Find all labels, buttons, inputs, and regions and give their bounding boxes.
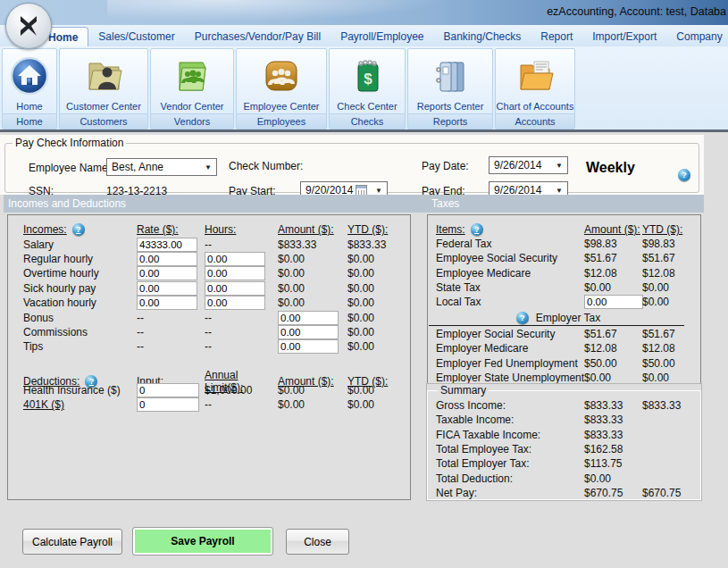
help-globe-icon[interactable] [678,169,690,181]
employee-name-select[interactable]: Best, Anne ▼ [106,158,217,176]
tab-payroll-employee[interactable]: Payroll/Employee [331,27,433,46]
deduction-row-health-insurance: Health Insurance ($) $1,000.00 $0.00 $0.… [23,383,410,397]
chevron-down-icon: ▼ [551,187,567,195]
deduction-row-401k: 401K ($) -- $0.00 $0.00 [23,397,410,412]
summary-row-total-employee-tax: Total Employee Tax: $162.58 [436,442,700,456]
tab-banking-checks[interactable]: Banking/Checks [434,27,531,46]
col-amount: Amount ($): [278,223,347,236]
tab-import-export[interactable]: Import/Export [582,27,666,46]
ribbon-group-customer-center[interactable]: Customer Center Customers [59,48,148,129]
tax-row-local: Local Tax $0.00 [436,295,700,309]
chart-of-accounts-icon [496,49,574,101]
chevron-down-icon: ▼ [551,162,567,170]
sick-hourly-hours-input[interactable] [205,281,265,296]
reports-center-icon [408,49,492,101]
regular-hourly-rate-input[interactable] [137,252,197,266]
tab-company[interactable]: Company [666,27,728,46]
income-row-regular-hourly: Regular hourly $0.00 $0.00 [23,252,410,266]
income-row-sick-hourly: Sick hourly pay $0.00 $0.00 [23,281,410,296]
employer-tax-title: Employer Tax [536,312,600,324]
tax-row-employee-medicare: Employee Medicare $12.08 $12.08 [436,266,700,280]
summary-row-taxable-income: Taxable Income: $833.33 [436,413,700,427]
tax-row-employer-social-security: Employer Social Security $51.67 $51.67 [436,327,700,341]
income-row-commissions: Commissions -- -- $0.00 [23,325,410,339]
local-tax-input[interactable] [584,295,643,309]
summary-row-total-deduction: Total Deduction: $0.00 [436,471,700,485]
income-row-tips: Tips -- -- $0.00 [23,339,410,354]
ribbon-group-reports-center[interactable]: Reports Center Reports [407,48,493,129]
svg-text:$: $ [364,71,372,88]
ribbon-group-check-center[interactable]: $ Check Center Checks [329,48,406,129]
pay-date-label: Pay Date: [422,160,469,172]
employee-name-label: Employee Name: [29,162,111,174]
pay-date-select[interactable]: 9/26/2014 ▼ [489,156,568,174]
vacation-hourly-rate-input[interactable] [137,296,197,310]
regular-hourly-hours-input[interactable] [205,252,265,266]
incomes-header-row: Incomes: Rate ($): Hours: Amount ($): YT… [23,222,410,237]
salary-rate-input[interactable] [137,238,197,252]
tax-row-federal: Federal Tax $98.83 $98.83 [436,237,700,251]
commissions-amount-input[interactable] [278,325,339,339]
sick-hourly-rate-input[interactable] [137,281,197,296]
overtime-hourly-hours-input[interactable] [205,266,265,280]
help-globe-icon[interactable] [72,223,85,236]
check-center-icon: $ [330,49,405,101]
col-hours: Hours: [205,223,278,236]
tax-row-employer-medicare: Employer Medicare $12.08 $12.08 [436,341,700,355]
paycheck-info-legend: Pay Check Information [13,137,126,149]
help-globe-icon[interactable] [471,223,483,236]
vacation-hourly-hours-input[interactable] [205,296,265,310]
tax-row-employee-social-security: Employee Social Security $51.67 $51.67 [436,251,700,265]
ribbon-toolbar: Home Home Customer Center Customers Vend… [0,46,728,132]
overtime-hourly-rate-input[interactable] [137,266,197,280]
income-row-vacation-hourly: Vacation hourly $0.00 $0.00 [23,296,410,310]
home-icon [3,49,56,101]
save-payroll-button[interactable]: Save Payroll [132,527,273,555]
incomes-section-header: Incomes and Deductions [8,197,126,210]
health-insurance-input[interactable] [137,383,199,397]
taxes-items-title: Items: [436,223,465,236]
tab-report[interactable]: Report [531,27,582,46]
vendor-center-icon [151,49,233,101]
close-button[interactable]: Close [286,529,349,555]
bonus-amount-input[interactable] [278,311,339,325]
ribbon-group-employee-center[interactable]: Employee Center Employees [236,48,327,129]
ribbon-group-home[interactable]: Home Home [2,48,57,129]
employee-center-icon [237,49,326,101]
col-ytd: YTD ($): [347,223,410,236]
help-globe-icon[interactable] [516,312,529,324]
tax-row-employer-fed-unemployment: Employer Fed Unemployment $50.00 $50.00 [436,356,700,371]
col-ytd: YTD ($): [642,223,700,236]
check-number-label: Check Number: [229,160,303,172]
taxes-panel: Items: Amount ($): YTD ($): Federal Tax … [427,214,701,384]
income-row-salary: Salary -- $833.33 $833.33 [23,237,410,251]
401k-input[interactable] [137,397,199,412]
incomes-deductions-panel: Incomes: Rate ($): Hours: Amount ($): YT… [7,214,411,500]
chevron-down-icon: ▼ [371,187,387,195]
401k-link[interactable]: 401K ($) [23,398,137,411]
ez-logo-icon [13,11,44,41]
summary-row-fica-taxable-income: FICA Taxable Income: $833.33 [436,428,700,442]
paycheck-info-fieldset: Pay Check Information Employee Name: Bes… [4,137,699,193]
incomes-title: Incomes: [23,223,67,236]
ribbon-group-vendor-center[interactable]: Vendor Center Vendors [150,48,234,129]
ribbon-group-chart-of-accounts[interactable]: Chart of Accounts Accounts [495,48,575,129]
income-row-overtime-hourly: Overtime hourly $0.00 $0.00 [23,266,410,280]
summary-row-gross-income: Gross Income: $833.33 $833.33 [436,398,700,413]
tax-row-employer-state-unemployment: Employer State Unemployment $0.00 $0.00 [436,371,700,385]
summary-row-total-employer-tax: Total Employer Tax: $113.75 [436,456,700,471]
titlebar: ezAccounting, Account: test, Databa [0,0,728,25]
taxes-section-header: Taxes [431,197,459,210]
employer-tax-header: Employer Tax [429,311,684,326]
tax-row-state: State Tax $0.00 $0.00 [436,280,700,295]
window-title: ezAccounting, Account: test, Databa [547,5,726,18]
customer-center-icon [60,49,147,101]
tab-purchases-vendor-pay-bill[interactable]: Purchases/Vendor/Pay Bill [185,27,331,46]
chevron-down-icon: ▼ [200,163,216,171]
tips-amount-input[interactable] [278,339,339,354]
summary-legend: Summary [438,384,489,397]
taxes-header-row: Items: Amount ($): YTD ($): [436,222,700,237]
calculate-payroll-button[interactable]: Calculate Payroll [22,529,122,555]
tab-sales-customer[interactable]: Sales/Customer [88,27,184,46]
app-logo-button[interactable] [5,3,52,49]
